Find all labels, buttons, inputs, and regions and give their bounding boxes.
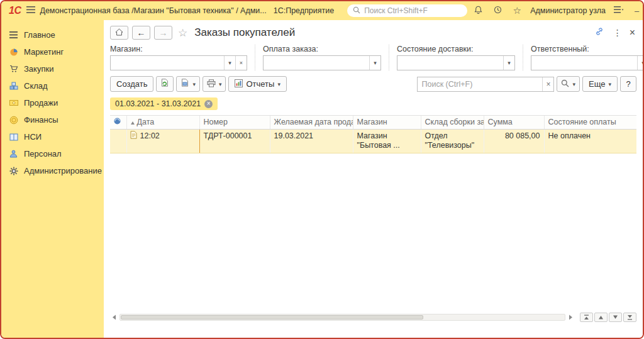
sidebar-item-glavnoe[interactable]: Главное bbox=[1, 26, 104, 43]
remove-period-filter-icon[interactable]: × bbox=[204, 100, 213, 108]
filter-responsible: Ответственный: ▾ × bbox=[523, 45, 644, 70]
chevron-down-icon[interactable]: ▾ bbox=[369, 56, 380, 70]
column-header-payment-state[interactable]: Состояние оплаты bbox=[544, 116, 636, 129]
scrollbar-track[interactable] bbox=[119, 314, 565, 321]
scrollbar-thumb[interactable] bbox=[121, 315, 423, 320]
sidebar-item-personal[interactable]: Персонал bbox=[1, 145, 104, 162]
scroll-left-icon[interactable] bbox=[110, 313, 118, 321]
sidebar-item-nsi[interactable]: НСИ bbox=[1, 128, 104, 145]
form-more-button[interactable]: ⋮ bbox=[613, 28, 622, 38]
favorites-button[interactable]: ☆ bbox=[511, 4, 523, 17]
column-header-store[interactable]: Магазин bbox=[353, 116, 421, 129]
sidebar-item-administrirovanie[interactable]: Администрирование bbox=[1, 162, 104, 179]
set-status-button[interactable]: ▾ bbox=[176, 76, 200, 92]
cell-date[interactable]: 12:02 bbox=[126, 129, 199, 153]
more-button[interactable]: Еще ▾ bbox=[582, 76, 618, 92]
print-button[interactable]: ▾ bbox=[203, 76, 226, 92]
list-search-input[interactable] bbox=[418, 77, 542, 91]
sidebar: Главное Маркетинг Закупки Склад Продажи … bbox=[1, 20, 104, 338]
current-user[interactable]: Администратор узла bbox=[530, 6, 606, 15]
column-header-warehouse[interactable]: Склад сборки за... bbox=[421, 116, 484, 129]
global-search-input[interactable] bbox=[364, 6, 462, 15]
sidebar-item-prodazhi[interactable]: Продажи bbox=[1, 94, 104, 111]
create-button[interactable]: Создать bbox=[110, 76, 153, 92]
scroll-down-button[interactable] bbox=[609, 313, 622, 322]
chevron-down-icon[interactable]: ▾ bbox=[224, 56, 235, 70]
get-link-button[interactable] bbox=[593, 26, 606, 39]
list-toolbar: Создать ▾ ▾ Отчеты ▾ × bbox=[110, 76, 636, 92]
cell-sum[interactable]: 80 085,00 bbox=[484, 129, 544, 153]
responsible-combobox[interactable]: ▾ × bbox=[531, 55, 644, 70]
clear-icon[interactable]: × bbox=[235, 56, 247, 70]
advanced-search-button[interactable]: ▾ bbox=[557, 76, 580, 92]
service-menu-icon bbox=[614, 6, 624, 15]
store-combobox[interactable]: ▾ × bbox=[110, 55, 247, 70]
orders-list: Дата Номер Желаемая дата продажи Магазин… bbox=[110, 115, 636, 311]
add-favorite-star-icon[interactable]: ☆ bbox=[178, 26, 187, 40]
minimize-button[interactable]: – bbox=[635, 7, 639, 15]
back-button[interactable]: ← bbox=[132, 26, 150, 40]
close-form-button[interactable]: × bbox=[630, 27, 635, 38]
home-button[interactable] bbox=[110, 26, 128, 40]
global-search[interactable] bbox=[347, 4, 467, 17]
create-copy-button[interactable] bbox=[156, 76, 174, 92]
history-button[interactable] bbox=[491, 4, 504, 17]
chevron-down-icon[interactable]: ▾ bbox=[637, 56, 644, 70]
sidebar-item-finansy[interactable]: Финансы bbox=[1, 111, 104, 128]
chevron-down-icon[interactable]: ▾ bbox=[503, 56, 514, 70]
cell-desired-date[interactable]: 19.03.2021 bbox=[270, 129, 353, 153]
scroll-to-top-button[interactable] bbox=[580, 313, 593, 322]
column-header-desired-date[interactable]: Желаемая дата продажи bbox=[270, 116, 353, 129]
store-input[interactable] bbox=[111, 56, 224, 70]
sidebar-item-marketing[interactable]: Маркетинг bbox=[1, 43, 104, 60]
column-header-number[interactable]: Номер bbox=[199, 116, 270, 129]
column-header-date[interactable]: Дата bbox=[126, 116, 199, 129]
help-button[interactable]: ? bbox=[620, 76, 636, 92]
column-header-label: Номер bbox=[204, 118, 228, 126]
cell-number[interactable]: ТДРТ-000001 bbox=[199, 129, 270, 153]
cell-date-value: 12:02 bbox=[140, 131, 160, 142]
delivery-combobox[interactable]: ▾ bbox=[397, 55, 515, 70]
sort-ascending-icon bbox=[131, 121, 135, 125]
list-search[interactable]: × bbox=[417, 77, 554, 92]
scroll-up-button[interactable] bbox=[594, 313, 608, 322]
horizontal-scrollbar[interactable] bbox=[110, 313, 575, 321]
list-navigation bbox=[580, 313, 636, 322]
sidebar-item-sklad[interactable]: Склад bbox=[1, 77, 104, 94]
scroll-to-bottom-button[interactable] bbox=[623, 313, 636, 322]
marker-column-header[interactable] bbox=[110, 116, 126, 129]
report-icon bbox=[235, 79, 243, 89]
cell-payment-state[interactable]: Не оплачен bbox=[544, 129, 636, 153]
notifications-button[interactable] bbox=[472, 4, 484, 17]
payment-combobox[interactable]: ▾ bbox=[263, 55, 381, 70]
responsible-input[interactable] bbox=[531, 56, 637, 70]
forward-button[interactable]: → bbox=[154, 26, 172, 40]
coin-icon bbox=[9, 115, 18, 125]
filter-label: Состояние доставки: bbox=[397, 45, 515, 53]
cell-warehouse[interactable]: Отдел "Телевизоры" bbox=[421, 129, 484, 153]
reports-button[interactable]: Отчеты ▾ bbox=[228, 76, 286, 92]
scroll-right-icon[interactable] bbox=[567, 313, 575, 321]
printer-icon bbox=[207, 79, 216, 89]
payment-input[interactable] bbox=[264, 56, 369, 70]
sidebar-item-label: Персонал bbox=[24, 149, 62, 158]
clear-search-icon[interactable]: × bbox=[542, 77, 553, 91]
filter-chips-row: 01.03.2021 - 31.03.2021 × bbox=[110, 97, 636, 110]
page-title: Заказы покупателей bbox=[194, 26, 295, 39]
sidebar-item-label: НСИ bbox=[24, 132, 42, 142]
service-menu-button[interactable] bbox=[613, 4, 625, 17]
period-filter-chip[interactable]: 01.03.2021 - 31.03.2021 × bbox=[110, 97, 218, 110]
sidebar-item-label: Финансы bbox=[24, 115, 58, 125]
reports-button-label: Отчеты bbox=[246, 79, 274, 89]
column-header-sum[interactable]: Сумма bbox=[484, 116, 544, 129]
main-menu-button[interactable] bbox=[26, 4, 35, 17]
delivery-input[interactable] bbox=[397, 56, 503, 70]
help-button-label: ? bbox=[626, 79, 630, 89]
sidebar-item-zakupki[interactable]: Закупки bbox=[1, 60, 104, 77]
filter-payment: Оплата заказа: ▾ bbox=[255, 45, 389, 70]
period-chip-label: 01.03.2021 - 31.03.2021 bbox=[115, 99, 201, 108]
table-row[interactable]: 12:02 ТДРТ-000001 19.03.2021 Магазин "Бы… bbox=[110, 129, 636, 153]
titlebar-right: ☆ Администратор узла – □ × bbox=[472, 4, 644, 17]
cell-store[interactable]: Магазин "Бытовая ... bbox=[353, 129, 421, 153]
hamburger-icon bbox=[26, 6, 35, 15]
